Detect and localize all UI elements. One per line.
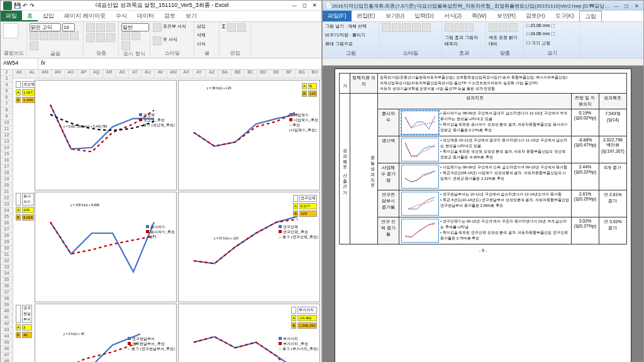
font-size-select[interactable]	[62, 23, 75, 31]
tab-layout[interactable]: 페이지 레이아웃	[59, 11, 111, 21]
tab-home[interactable]: 홈	[22, 11, 38, 21]
chart-research-staff[interactable]: 연구인력A0.677B129 y = 57 ln(x) + 129 연구인력연구…	[178, 192, 320, 302]
contrast-icon[interactable]	[509, 23, 518, 32]
hwp-tab-file[interactable]: 파일(F)	[323, 11, 352, 21]
percent-icon[interactable]	[131, 31, 140, 40]
excel-quick-access: 💾 ↶ ↷ 대표산업 성과목표 설정_151110_Ver5_3최종 - Exc…	[1, 1, 321, 11]
minimize-icon[interactable]: —	[612, 2, 621, 9]
chart-business[interactable]: ABB125 y = 38 ln(x) + 125 사업체수사업체수_추정-- …	[178, 80, 320, 190]
mini-table-1: 생산액 A1,427,300 B1,440,780	[14, 80, 33, 190]
close-icon[interactable]: ✕	[310, 2, 319, 9]
close-icon[interactable]: ✕	[632, 2, 641, 9]
color-icon[interactable]	[489, 23, 497, 32]
chart-employees[interactable]: y = 100 ln(x) + 8,698 종사자수종사자수_추정-- 로그	[35, 192, 177, 302]
hwp-ribbon: 그림 넣기 · 개체 선택 바꾸기/저장 · 줄이기 원래 그림으로 그림 스타…	[323, 22, 643, 58]
cond-format-icon[interactable]	[153, 23, 162, 32]
minimize-icon[interactable]: —	[290, 2, 299, 9]
excel-ribbon-tabs: 파일 홈 삽입 페이지 레이아웃 수식 데이터 검토 보기	[1, 11, 321, 22]
align-left-icon[interactable]	[86, 33, 95, 42]
find-icon[interactable]	[237, 23, 246, 32]
align-top-icon[interactable]	[86, 23, 95, 32]
excel-ribbon: 클립보드 글꼴 맞춤 표시 형식 조건부 서식표 서식스타일 삽입삭제서식셀 Σ…	[1, 22, 321, 58]
fx-icon[interactable]: fx	[38, 58, 48, 69]
effect-icon[interactable]	[445, 23, 453, 32]
border-icon[interactable]	[60, 31, 69, 40]
chart-production[interactable]: y = 6,827,300 ln(x) + 5,443,780 생산액생산액_추…	[35, 80, 177, 190]
hwp-tab[interactable]: 보기(U)	[380, 11, 410, 21]
tab-data[interactable]: 데이터	[132, 11, 159, 21]
italic-icon[interactable]	[40, 31, 48, 40]
bold-icon[interactable]	[30, 31, 38, 40]
qat-save-icon[interactable]: 💾	[14, 3, 21, 9]
excel-icon	[3, 1, 12, 10]
table-format-icon[interactable]	[153, 36, 162, 45]
tab-insert[interactable]: 삽입	[38, 11, 59, 21]
formula-bar[interactable]	[48, 58, 321, 69]
tab-formula[interactable]: 수식	[111, 11, 132, 21]
row-headers: 2345678910111213141516171819202122232425…	[1, 70, 13, 362]
tab-view[interactable]: 보기	[180, 11, 202, 21]
qat-undo-icon[interactable]: ↶	[23, 3, 28, 9]
comma-icon[interactable]	[121, 41, 130, 50]
number-format-select[interactable]	[121, 23, 149, 31]
align-right-icon[interactable]	[106, 33, 115, 42]
tab-file[interactable]: 파일	[1, 11, 22, 21]
mini-table-3: 연구전담부서 A2 B40	[14, 304, 33, 362]
style-icon[interactable]	[402, 23, 411, 32]
qat-redo-icon[interactable]: ↷	[30, 3, 35, 9]
align-mid-icon[interactable]	[96, 23, 105, 32]
bright-icon[interactable]	[499, 23, 508, 32]
align-bot-icon[interactable]	[106, 23, 115, 32]
style-icon[interactable]	[382, 23, 391, 32]
page-number: - 9 -	[339, 248, 627, 253]
hwp-tab[interactable]: 보안(R)	[492, 11, 521, 21]
style-icon[interactable]	[392, 23, 401, 32]
hwp-page: 거정책지원 의지업육성사업(친환경기술전략자동차부품산업), 경제협력권산업육성…	[335, 69, 631, 362]
font-color-icon[interactable]	[30, 41, 38, 50]
style-icon[interactable]	[422, 23, 431, 32]
shadow-icon[interactable]	[455, 23, 464, 32]
hwp-window: 📄 2016지역산업진흥계획-최종(7.8기준) 대표산업별육성전략_자동차유형…	[322, 0, 644, 362]
tab-review[interactable]: 검토	[159, 11, 180, 21]
hwp-tab[interactable]: 쪽(W)	[467, 11, 492, 21]
hwp-icon: 📄	[325, 3, 332, 9]
fill-icon[interactable]	[70, 31, 79, 40]
chart-research-dept[interactable]: y = 2 ln(x) + 40 연구전담부서연구전담부서_추정-- 로그 (연…	[35, 304, 177, 362]
doc-chart-5[interactable]	[401, 219, 439, 243]
doc-chart-1[interactable]	[401, 111, 439, 134]
border-icon[interactable]	[465, 23, 474, 32]
chart-value-added[interactable]: 부가가치A-14,461B1,096,291 y = -48,356,920 (…	[178, 304, 320, 362]
excel-title: 대표산업 성과목표 설정_151110_Ver5_3최종 - Excel	[36, 1, 288, 9]
sum-icon[interactable]: Σ	[222, 23, 226, 32]
hwp-tab-picture[interactable]: 그림	[579, 11, 602, 21]
excel-grid[interactable]: 2345678910111213141516171819202122232425…	[1, 70, 321, 362]
sort-icon[interactable]	[227, 23, 236, 32]
name-box[interactable]: AW54	[1, 58, 38, 69]
hwp-title: 2016지역산업진흥계획-최종(7.8기준) 대표산업별육성전략_자동차유형_ …	[332, 3, 612, 9]
excel-window: 💾 ↶ ↷ 대표산업 성과목표 설정_151110_Ver5_3최종 - Exc…	[0, 0, 322, 362]
mini-table-2: 종사자수 A100 B8,698	[14, 192, 33, 302]
hwp-document-area[interactable]: 거정책지원 의지업육성사업(친환경기술전략자동차부품산업), 경제협력권산업육성…	[323, 66, 643, 362]
hwp-tab[interactable]: 입력(D)	[409, 11, 439, 21]
style-icon[interactable]	[412, 23, 421, 32]
hwp-tab[interactable]: 편집(E)	[352, 11, 380, 21]
hwp-ruler	[323, 58, 643, 66]
paste-icon[interactable]	[3, 23, 18, 38]
font-name-select[interactable]	[30, 23, 61, 31]
hwp-tab[interactable]: 서식(J)	[439, 11, 467, 21]
align-center-icon[interactable]	[96, 33, 105, 42]
doc-chart-4[interactable]	[401, 192, 439, 216]
doc-chart-3[interactable]	[401, 165, 439, 189]
doc-chart-2[interactable]	[401, 138, 439, 162]
hwp-tab[interactable]: 검토(H)	[521, 11, 550, 21]
underline-icon[interactable]	[50, 31, 58, 40]
col-headers: AKALAMANAOAPAQARASATAUAVAWAXAYAZBABBBCBD…	[13, 70, 321, 79]
maximize-icon[interactable]: ◻	[622, 2, 631, 9]
hwp-menu-tabs: 파일(F) 편집(E) 보기(U) 입력(D) 서식(J) 쪽(W) 보안(R)…	[323, 11, 643, 22]
hwp-tab[interactable]: 도구(K)	[550, 11, 579, 21]
maximize-icon[interactable]: ◻	[300, 2, 309, 9]
currency-icon[interactable]	[121, 31, 130, 40]
